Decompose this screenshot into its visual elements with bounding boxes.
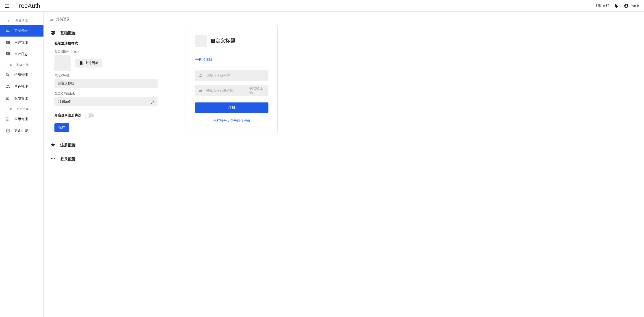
sidebar-item-users[interactable]: 用户管理 — [0, 37, 44, 48]
password-dots-icon — [50, 156, 56, 162]
preview-title: 自定义标题 — [211, 38, 235, 44]
sidebar-item-roles[interactable]: 角色管理 — [0, 81, 44, 92]
org-tree-icon — [6, 72, 10, 77]
agreement-toggle[interactable] — [85, 113, 94, 118]
svg-point-6 — [52, 158, 53, 159]
sidebar-item-label: 权限管理 — [14, 96, 28, 100]
phone-input[interactable] — [206, 73, 265, 78]
logo-field-label: 自定义图标（logo） — [54, 50, 173, 54]
sidebar: F2P · 基础功能 定制登录 用户管理 审计日志 PRO · 高级功能 — [0, 12, 44, 317]
get-code-button[interactable]: 获取验证码 — [250, 86, 265, 95]
svg-rect-8 — [51, 160, 55, 160]
more-box-icon — [6, 128, 10, 133]
person-icon — [198, 73, 203, 78]
breadcrumb-current: 定制登录 — [56, 17, 70, 21]
save-button[interactable]: 保存 — [54, 123, 69, 132]
sidebar-section-eco: ECO · 生态功能 — [0, 104, 44, 113]
sidebar-item-label: 应用管理 — [14, 117, 28, 121]
sidebar-section-f2p: F2P · 基础功能 — [0, 16, 44, 25]
brand-logo: FreeAuth — [15, 2, 40, 10]
sidebar-item-label: 组织管理 — [14, 73, 28, 77]
perm-icon — [6, 96, 10, 101]
section-title: 基础配置 — [60, 31, 76, 36]
custom-title-input[interactable] — [54, 79, 158, 88]
preview-submit-button[interactable]: 注册 — [195, 102, 268, 113]
svg-point-5 — [51, 158, 52, 159]
sidebar-item-label: 角色管理 — [14, 85, 28, 89]
section-signin-config[interactable]: 登录配置 — [50, 152, 173, 166]
upload-logo-button[interactable]: 上传图标 — [75, 59, 102, 68]
people-icon — [6, 84, 10, 89]
section-signup-config[interactable]: 注册配置 — [50, 138, 173, 152]
breadcrumb: 定制登录 — [44, 15, 644, 26]
section-basic-config[interactable]: 基础配置 — [50, 26, 173, 40]
sidebar-item-label: 审计日志 — [14, 52, 28, 56]
title-field-label: 自定义标题 — [54, 73, 173, 77]
avatar-icon — [624, 3, 629, 8]
accessibility-icon — [50, 142, 56, 148]
sidebar-item-permissions[interactable]: 权限管理 — [0, 92, 44, 104]
sidebar-item-label: 定制登录 — [14, 29, 28, 33]
lock-icon — [198, 88, 203, 93]
upload-icon — [79, 61, 83, 65]
color-field-label: 自定义界面主色 — [54, 92, 173, 96]
code-input-wrapper: 获取验证码 — [195, 85, 268, 96]
dark-mode-toggle[interactable] — [614, 3, 619, 8]
breadcrumb-icon — [50, 17, 54, 21]
eyedropper-icon — [150, 100, 155, 105]
section-title: 登录配置 — [60, 157, 76, 162]
svg-point-7 — [54, 158, 55, 159]
logo-preview — [54, 55, 70, 71]
section-title: 注册配置 — [60, 143, 76, 148]
phone-input-wrapper — [195, 70, 268, 81]
username-label: cvcilb — [630, 4, 639, 8]
sidebar-item-label: 更多功能 — [14, 129, 28, 133]
style-heading: 登录注册框样式 — [54, 41, 173, 46]
sidebar-item-more[interactable]: 更多功能 — [0, 125, 44, 137]
agreement-toggle-label: 开启登录注册协议 — [54, 113, 81, 118]
main-content: 定制登录 基础配置 登录注册框样式 自定义图标（logo） — [44, 12, 644, 317]
login-preview-card: 自定义标题 手机号注册 获取验证码 注册 已有账号，点击前往登录 — [186, 26, 278, 133]
sidebar-item-apps[interactable]: 应用管理 — [0, 113, 44, 125]
display-icon — [50, 30, 56, 36]
sidebar-item-audit[interactable]: 审计日志 — [0, 48, 44, 60]
tab-phone-register[interactable]: 手机号注册 — [195, 56, 213, 64]
preview-login-link[interactable]: 已有账号，点击前往登录 — [195, 119, 268, 123]
user-menu[interactable]: cvcilb — [624, 3, 639, 8]
preview-logo — [195, 35, 206, 47]
sidebar-item-label: 用户管理 — [14, 40, 28, 45]
sidebar-section-pro: PRO · 高级功能 — [0, 60, 44, 69]
chat-flag-icon — [6, 52, 10, 57]
grid-icon — [6, 117, 10, 122]
sidebar-item-org[interactable]: 组织管理 — [0, 69, 44, 81]
svg-rect-3 — [6, 31, 10, 32]
help-docs-link[interactable]: 帮助文档 — [596, 4, 609, 8]
code-input[interactable] — [206, 89, 250, 93]
preview-tabs: 手机号注册 — [195, 56, 268, 64]
user-card-icon — [6, 40, 10, 45]
svg-point-0 — [6, 30, 7, 31]
config-panel: 基础配置 登录注册框样式 自定义图标（logo） 上传图标 自定义标题 自 — [50, 26, 173, 166]
password-icon — [6, 28, 10, 33]
svg-point-1 — [8, 30, 8, 31]
sidebar-item-custom-login[interactable]: 定制登录 — [0, 25, 44, 37]
topbar: FreeAuth 帮助文档 cvcilb — [0, 0, 644, 12]
svg-point-2 — [8, 30, 9, 31]
svg-point-4 — [52, 143, 53, 144]
primary-color-input[interactable] — [54, 97, 158, 106]
color-picker-button[interactable] — [150, 100, 155, 105]
menu-toggle-button[interactable] — [5, 3, 11, 9]
